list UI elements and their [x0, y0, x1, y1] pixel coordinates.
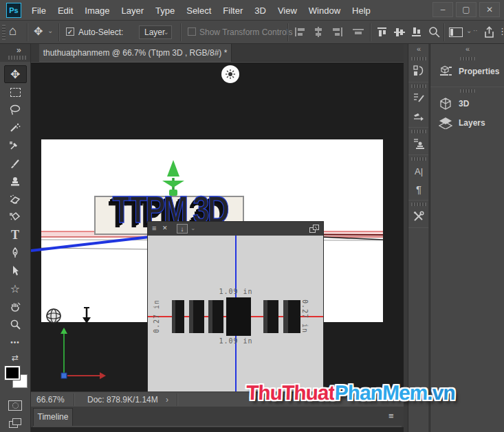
home-icon[interactable]: ⌂ [9, 23, 17, 38]
clone-stamp-tool[interactable] [4, 172, 27, 190]
text-top-view-block [226, 297, 251, 336]
search-icon[interactable] [428, 26, 441, 41]
rectangular-marquee-tool[interactable] [4, 83, 27, 101]
type-tool[interactable]: T [4, 226, 27, 244]
align-vertical-centers-icon[interactable] [394, 27, 406, 37]
menu-window[interactable]: Window [309, 5, 340, 16]
window-controls: – ▢ ✕ [432, 2, 500, 17]
menu-filter[interactable]: Filter [223, 5, 243, 16]
options-grip[interactable] [2, 25, 6, 40]
panel-tab-3d[interactable]: 3D [430, 94, 504, 113]
maximize-button[interactable]: ▢ [456, 2, 476, 17]
move-tool[interactable]: ✥ [4, 65, 27, 83]
panel-tab-properties[interactable]: Properties [430, 62, 504, 81]
menu-3d[interactable]: 3D [254, 5, 266, 16]
document-size: Doc: 878.9K/1.14M [87, 395, 158, 405]
chevron-down-icon[interactable]: ⌄ [190, 225, 196, 231]
path-selection-tool[interactable] [4, 262, 27, 280]
align-bottom-edges-icon[interactable] [411, 27, 423, 37]
foreground-background-swatches[interactable] [0, 365, 31, 396]
toolbar-collapse-icon[interactable]: » [17, 45, 21, 55]
move-tool-option-icon[interactable]: ✥ [34, 25, 43, 38]
timeline-tab[interactable]: Timeline [33, 408, 73, 426]
panel-tab-label: Properties [459, 67, 499, 76]
paint-bucket-tool[interactable] [4, 208, 27, 226]
dock-icon-history[interactable] [408, 62, 429, 80]
secondary-view-panel[interactable]: ≡ ✕ ↓ ⌄ 1.09 in 1.09 in 0.27 in 0.27 in [148, 222, 323, 391]
align-horizontal-centers-icon[interactable] [313, 27, 325, 37]
magnifier-icon [10, 319, 21, 330]
text-top-view-block [189, 300, 204, 333]
align-top-edges-icon[interactable] [377, 27, 388, 37]
menu-view[interactable]: View [278, 5, 297, 16]
collapse-dock-icon[interactable]: « [408, 44, 428, 55]
auto-select-checkbox[interactable]: ✓ [66, 27, 74, 36]
toolbar-grip[interactable] [8, 56, 26, 60]
foreground-color-swatch[interactable] [5, 366, 20, 380]
hand-tool[interactable] [4, 297, 27, 315]
text-top-view-block [263, 300, 278, 333]
panel-tab-layers[interactable]: Layers [430, 113, 504, 133]
document-tab[interactable]: thuthuatphanmem @ 66.7% (Ttpm 3D , RGB/8… [39, 44, 232, 62]
edit-toolbar-button[interactable]: ••• [4, 333, 27, 351]
menu-edit[interactable]: Edit [58, 5, 73, 16]
options-bar: ⌂ ✥ ⌄ ✓ Auto-Select: Layer ⌄ Show Transf… [0, 21, 504, 44]
workspace-icon[interactable] [449, 27, 463, 40]
eraser-tool[interactable] [4, 190, 27, 208]
close-button[interactable]: ✕ [479, 2, 500, 17]
show-transform-checkbox[interactable] [188, 27, 196, 36]
menu-layer[interactable]: Layer [122, 5, 144, 16]
dock-icon-clone-source[interactable] [408, 135, 429, 152]
text-top-view-block [172, 300, 184, 333]
lasso-tool[interactable] [4, 101, 27, 119]
timeline-menu-icon[interactable]: ≡ [388, 411, 394, 421]
move-tool-dropdown-icon[interactable]: ⌄ [47, 27, 53, 34]
dock-icon-tools[interactable] [408, 207, 429, 225]
swap-view-icon[interactable] [309, 224, 320, 236]
quick-selection-icon [9, 122, 21, 133]
swap-colors-icon[interactable]: ⇄ [4, 351, 27, 365]
share-icon[interactable] [483, 26, 496, 42]
minimize-button[interactable]: – [432, 2, 453, 17]
auto-select-target-dropdown[interactable]: Layer ⌄ [139, 25, 172, 39]
custom-shape-tool[interactable]: ☆ [4, 280, 27, 297]
panel-menu-icon[interactable]: ≡ [152, 224, 156, 232]
align-right-edges-icon[interactable] [331, 27, 343, 37]
zoom-tool[interactable] [4, 315, 27, 333]
zoom-level[interactable]: 66.67% [36, 395, 65, 405]
history-panel-icon [413, 65, 425, 77]
layers-icon [439, 117, 452, 129]
kebab-menu-icon[interactable]: ⋮ [498, 26, 504, 36]
menu-image[interactable]: Image [85, 5, 109, 16]
menu-type[interactable]: Type [155, 5, 175, 16]
screen-mode-button[interactable] [4, 414, 27, 432]
secondary-view-top-view[interactable]: 1.09 in 1.09 in 0.27 in 0.27 in [148, 236, 323, 391]
brush-tool[interactable] [4, 155, 27, 172]
watermark: ThuThuatPhanMem.vn [245, 381, 455, 405]
3d-light-widget[interactable] [221, 65, 239, 83]
dock-icon-tool-preset[interactable] [408, 107, 429, 125]
panel-close-icon[interactable]: ✕ [162, 225, 168, 231]
menu-file[interactable]: File [32, 5, 46, 16]
tool-bar: » ✥ T ☆ ••• ⇄ [0, 44, 31, 432]
menu-help[interactable]: Help [352, 5, 371, 16]
distribute-icon[interactable] [352, 29, 364, 36]
dock-icon-paragraph[interactable]: ¶ [408, 180, 429, 198]
dock-icon-character[interactable]: A| [408, 162, 429, 180]
quick-mask-button[interactable] [4, 396, 27, 414]
align-left-edges-icon[interactable] [294, 27, 306, 37]
chevron-down-icon[interactable]: ⌄ [466, 27, 472, 34]
menu-select[interactable]: Select [186, 5, 211, 16]
collapse-dock-icon[interactable]: « [430, 44, 504, 55]
secondary-view-header[interactable]: ≡ ✕ ↓ ⌄ [148, 222, 323, 236]
status-chevron-icon[interactable]: › [166, 395, 168, 405]
panel-tab-label: 3D [459, 99, 469, 109]
dock-icon-brush-settings[interactable] [408, 89, 429, 107]
pen-tool[interactable] [4, 244, 27, 262]
canvas-area[interactable]: TTPM 3D ≡ ✕ ↓ ⌄ 1.09 in 1.09 in 0.27 in … [31, 62, 404, 391]
quick-selection-tool[interactable] [4, 119, 27, 137]
eyedropper-tool[interactable] [4, 137, 27, 155]
view-select-icon[interactable]: ↓ [177, 224, 188, 234]
eyedropper-icon [9, 140, 21, 151]
measure-width-top: 1.09 in [201, 288, 270, 295]
